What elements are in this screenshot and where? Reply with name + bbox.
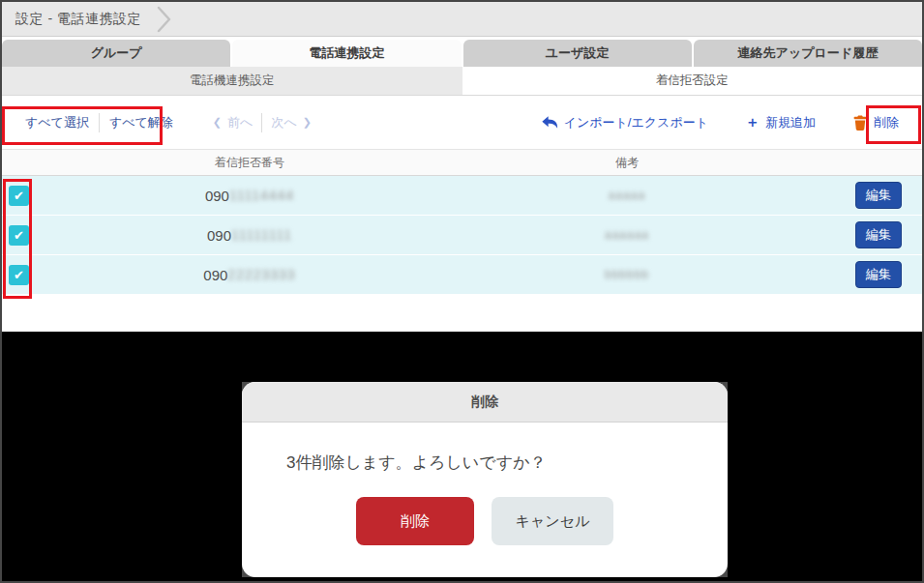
dialog-actions: 削除 キャンセル bbox=[286, 497, 683, 545]
dialog-header: 削除 bbox=[242, 382, 728, 423]
row-checkbox[interactable]: ✔ bbox=[9, 265, 29, 285]
deselect-all-button[interactable]: すべて解除 bbox=[100, 110, 183, 135]
actions-cell: 編集 bbox=[791, 176, 922, 215]
edit-button[interactable]: 編集 bbox=[855, 182, 902, 209]
toolbar: すべて選択 すべて解除 ❮ 前へ 次へ ❯ bbox=[2, 96, 922, 149]
dialog-backdrop: 削除 3件削除します。よろしいですか？ 削除 キャンセル bbox=[242, 382, 728, 577]
tab-label: ユーザ設定 bbox=[546, 44, 610, 62]
cancel-button[interactable]: キャンセル bbox=[492, 497, 613, 545]
check-icon: ✔ bbox=[14, 269, 24, 281]
add-new-button[interactable]: ＋ 新規追加 bbox=[735, 109, 825, 135]
plus-icon: ＋ bbox=[745, 113, 760, 131]
table-row: ✔ 090 22223333 bbbbbb 編集 bbox=[2, 255, 922, 294]
sub-tabs: 電話機連携設定 着信拒否設定 bbox=[2, 67, 922, 96]
row-checkbox[interactable]: ✔ bbox=[9, 186, 29, 206]
chevron-right-icon: ❯ bbox=[303, 116, 312, 129]
title-bar: 設定 - 電話連携設定 bbox=[2, 2, 922, 37]
tab-group[interactable]: グループ bbox=[2, 40, 230, 67]
trash-icon bbox=[852, 114, 868, 131]
remark-masked: aaaaa bbox=[609, 189, 645, 202]
number-masked: 11114444 bbox=[229, 188, 294, 203]
subtab-label: 着信拒否設定 bbox=[656, 73, 729, 89]
check-icon: ✔ bbox=[14, 189, 24, 202]
main-tabs: グループ 電話連携設定 ユーザ設定 連絡先アップロード履歴 bbox=[2, 40, 922, 67]
tab-user-settings[interactable]: ユーザ設定 bbox=[463, 40, 692, 67]
tab-label: 連絡先アップロード履歴 bbox=[738, 44, 879, 62]
check-icon: ✔ bbox=[14, 229, 24, 242]
subtab-label: 電話機連携設定 bbox=[190, 73, 275, 89]
edit-button[interactable]: 編集 bbox=[855, 221, 902, 248]
actions-cell: 編集 bbox=[791, 216, 922, 254]
breadcrumb: 設定 - 電話連携設定 bbox=[15, 11, 141, 28]
delete-label: 削除 bbox=[874, 114, 899, 131]
number-masked: 11111111 bbox=[231, 227, 292, 243]
breadcrumb-chevron-icon bbox=[157, 6, 172, 33]
table-header: 着信拒否番号 備考 bbox=[2, 149, 922, 176]
remark-cell: bbbbbb bbox=[462, 255, 791, 294]
import-export-label: インポート/エクスポート bbox=[564, 114, 708, 131]
blocked-number-cell: 090 11114444 bbox=[37, 176, 462, 215]
next-label: 次へ bbox=[271, 114, 296, 131]
blocked-number-header: 着信拒否番号 bbox=[37, 155, 462, 171]
add-new-label: 新規追加 bbox=[765, 114, 816, 131]
chevron-left-icon: ❮ bbox=[213, 116, 222, 129]
checkbox-cell: ✔ bbox=[2, 216, 37, 254]
toolbar-right: インポート/エクスポート ＋ 新規追加 削除 bbox=[531, 109, 909, 135]
checkbox-cell: ✔ bbox=[2, 255, 37, 294]
table-row: ✔ 090 11114444 aaaaa 編集 bbox=[2, 176, 922, 215]
delete-button[interactable]: 削除 bbox=[843, 110, 909, 135]
pagination: ❮ 前へ 次へ ❯ bbox=[204, 110, 320, 135]
tab-phone-integration[interactable]: 電話連携設定 bbox=[232, 40, 461, 67]
subtab-phone-device-settings[interactable]: 電話機連携設定 bbox=[2, 67, 462, 95]
tab-contact-upload-history[interactable]: 連絡先アップロード履歴 bbox=[694, 40, 922, 67]
prev-label: 前へ bbox=[227, 114, 253, 131]
row-checkbox[interactable]: ✔ bbox=[9, 225, 29, 246]
number-prefix: 090 bbox=[205, 188, 229, 204]
toolbar-left: すべて選択 すべて解除 ❮ 前へ 次へ ❯ bbox=[15, 110, 320, 135]
subtab-call-rejection-settings[interactable]: 着信拒否設定 bbox=[462, 67, 923, 95]
remark-cell: aaaaa bbox=[462, 176, 791, 215]
next-page-button[interactable]: 次へ ❯ bbox=[262, 110, 320, 135]
settings-panel: 設定 - 電話連携設定 グループ 電話連携設定 ユーザ設定 連絡先アップロード履… bbox=[2, 2, 922, 332]
delete-confirmation-dialog: 削除 3件削除します。よろしいですか？ 削除 キャンセル bbox=[242, 382, 728, 577]
remark-cell: aaaaaa bbox=[462, 216, 791, 254]
select-all-button[interactable]: すべて選択 bbox=[15, 110, 99, 135]
dialog-title: 削除 bbox=[471, 394, 498, 411]
blocked-number-cell: 090 22223333 bbox=[37, 255, 462, 294]
import-export-button[interactable]: インポート/エクスポート bbox=[531, 110, 718, 135]
table-row: ✔ 090 11111111 aaaaaa 編集 bbox=[2, 216, 922, 254]
number-prefix: 090 bbox=[203, 267, 227, 283]
number-prefix: 090 bbox=[207, 227, 231, 244]
actions-cell: 編集 bbox=[791, 255, 922, 294]
dialog-body: 3件削除します。よろしいですか？ 削除 キャンセル bbox=[242, 423, 728, 545]
remark-masked: bbbbbb bbox=[605, 268, 649, 281]
remark-header: 備考 bbox=[462, 155, 791, 171]
screen: 設定 - 電話連携設定 グループ 電話連携設定 ユーザ設定 連絡先アップロード履… bbox=[0, 0, 924, 583]
reply-arrow-icon bbox=[541, 115, 558, 130]
blocked-number-cell: 090 11111111 bbox=[37, 216, 462, 254]
remark-masked: aaaaaa bbox=[605, 228, 649, 242]
number-masked: 22223333 bbox=[227, 267, 295, 282]
prev-page-button[interactable]: ❮ 前へ bbox=[204, 110, 262, 135]
tab-label: 電話連携設定 bbox=[309, 44, 384, 62]
edit-button[interactable]: 編集 bbox=[855, 261, 902, 288]
checkbox-cell: ✔ bbox=[2, 176, 37, 215]
tab-label: グループ bbox=[91, 44, 142, 62]
dialog-message: 3件削除します。よろしいですか？ bbox=[286, 452, 683, 474]
confirm-delete-button[interactable]: 削除 bbox=[356, 497, 474, 545]
